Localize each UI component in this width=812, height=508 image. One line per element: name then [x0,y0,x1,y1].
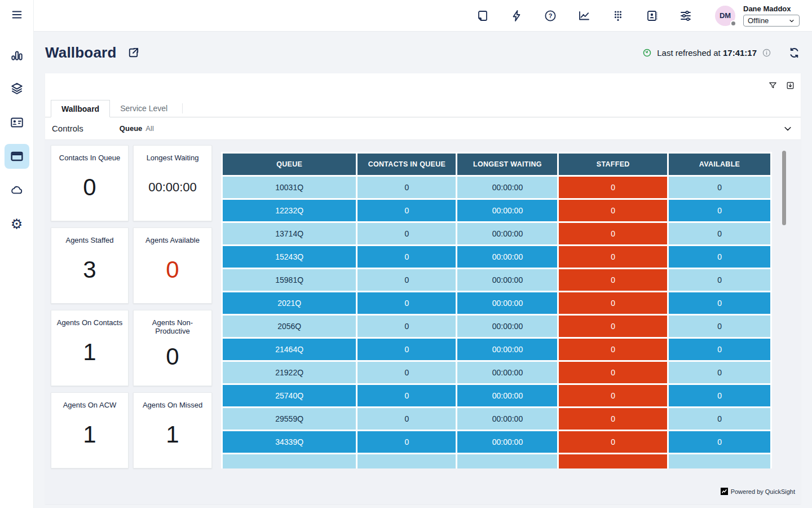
note-icon[interactable] [476,9,489,23]
value-cell: 0 [358,362,456,383]
kpi-card: Agents Available 0 [133,227,212,304]
agent-status-select[interactable]: Offline [743,15,800,27]
controls-collapse-chevron-icon[interactable] [783,124,793,134]
table-row: 2056Q000:00:0000 [223,316,770,337]
kpi-label: Agents Non-Productive [134,318,211,335]
kpi-label: Contacts In Queue [56,154,123,162]
value-cell: 0 [669,362,770,383]
tab-service-level[interactable]: Service Level [110,99,178,117]
sidebar-item-settings[interactable]: ⚙ [5,212,29,237]
sidebar-item-contacts[interactable] [5,110,29,135]
value-cell: 0 [669,316,770,337]
table-scrollbar[interactable] [782,151,786,225]
help-icon[interactable]: ? [544,9,557,23]
last-refreshed-time: 17:41:17 [723,48,757,58]
column-header: QUEUE [223,154,356,175]
sidebar-item-wallboard[interactable] [5,144,29,169]
chevron-down-icon [788,17,795,24]
value-cell: 0 [559,200,667,221]
dialpad-icon[interactable] [611,9,625,23]
kpi-card: Contacts In Queue 0 [51,145,129,221]
main-area: ? DM Dane Maddox Offline [34,0,812,508]
value-cell: 0 [669,385,770,406]
kpi-value: 1 [83,421,96,448]
layers-icon [10,81,24,96]
open-external-icon[interactable] [127,46,140,59]
value-cell: 00:00:00 [457,223,557,244]
column-header: STAFFED [559,154,667,175]
table-row: 13714Q000:00:0000 [223,223,770,244]
queue-cell: 13714Q [223,223,356,244]
value-cell: 0 [358,385,456,406]
value-cell: 0 [669,408,770,430]
table-row: 15981Q000:00:0000 [223,269,770,291]
page-title: Wallboard [45,44,117,62]
column-header: CONTACTS IN QUEUE [358,154,456,175]
top-bar: ? DM Dane Maddox Offline [34,0,812,32]
value-cell: 0 [669,431,770,453]
value-cell [559,454,667,468]
value-cell: 0 [559,246,667,268]
refresh-status-group: Last refreshed at 17:41:17 [642,46,801,59]
value-cell: 0 [669,292,770,314]
info-icon[interactable] [762,48,771,58]
powered-by-text: Powered by QuickSight [731,488,795,495]
controls-bar: Controls Queue All [45,117,801,140]
kpi-label: Agents On Contacts [54,318,126,327]
kpi-label: Agents On ACW [60,401,120,409]
kpi-card: Longest Waiting 00:00:00 [133,145,212,221]
value-cell: 0 [669,177,770,198]
value-cell: 0 [358,316,456,337]
queue-filter[interactable]: Queue All [120,124,154,133]
value-cell: 0 [358,292,456,314]
value-cell: 0 [358,200,456,221]
queue-cell: 12232Q [223,200,356,221]
kpi-label: Agents On Missed [139,401,206,409]
cloud-icon [10,183,24,198]
value-cell [457,454,557,468]
status-indicator-dot [730,20,736,27]
page-header: Wallboard Last refreshed at 17:41:17 [34,32,812,73]
value-cell: 0 [669,269,770,291]
tab-bar: Wallboard Service Level [45,99,801,117]
refresh-icon[interactable] [788,46,801,59]
value-cell: 0 [669,339,770,360]
export-icon[interactable] [785,81,795,90]
controls-label: Controls [52,124,83,133]
settings-sliders-icon[interactable] [679,9,692,23]
sidebar-item-cloud[interactable] [5,178,29,203]
hamburger-menu-icon[interactable] [10,8,24,21]
tab-wallboard[interactable]: Wallboard [51,100,110,117]
table-row: 15243Q000:00:0000 [223,246,770,268]
sidebar-item-analytics[interactable] [5,42,29,67]
quick-actions-icon[interactable] [510,9,523,23]
kpi-value: 1 [166,421,179,448]
value-cell: 00:00:00 [457,177,557,198]
kpi-value: 00:00:00 [148,180,197,195]
value-cell: 0 [559,339,667,360]
queue-table-header: QUEUECONTACTS IN QUEUELONGEST WAITINGSTA… [223,154,770,175]
value-cell: 0 [358,339,456,360]
kpi-card: Agents Non-Productive 0 [133,310,212,386]
sidebar-item-layers[interactable] [5,76,29,101]
quicksight-footer: Powered by QuickSight [721,488,795,495]
column-header: LONGEST WAITING [457,154,557,175]
value-cell: 0 [559,177,667,198]
metrics-icon[interactable] [577,9,591,23]
directory-icon[interactable] [645,9,659,23]
kpi-value: 0 [83,174,96,201]
value-cell: 0 [559,385,667,406]
filter-icon[interactable] [768,81,778,90]
value-cell: 00:00:00 [457,408,557,430]
value-cell: 00:00:00 [457,339,557,360]
top-icon-group: ? [476,9,692,23]
kpi-label: Agents Staffed [62,236,117,244]
value-cell: 0 [559,431,667,453]
queue-cell: 21464Q [223,339,356,360]
table-row [223,454,770,468]
id-card-icon [10,115,24,130]
avatar-initials: DM [720,11,731,20]
kpi-value: 0 [166,343,179,370]
value-cell: 0 [559,316,667,337]
avatar[interactable]: DM [715,6,735,26]
